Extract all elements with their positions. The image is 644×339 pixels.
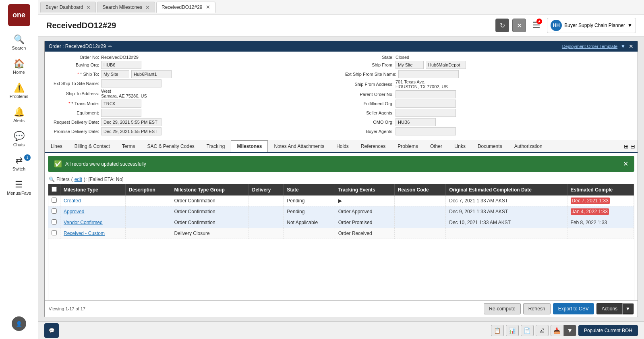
- buying-org-input[interactable]: [101, 61, 141, 69]
- sidebar-item-search[interactable]: 🔍 Search: [0, 30, 38, 54]
- milestone-type-link[interactable]: Received - Custom: [64, 231, 105, 236]
- footer-icon-btn-4[interactable]: 🖨: [536, 325, 549, 336]
- row-checkbox[interactable]: [52, 198, 57, 203]
- milestone-type-link[interactable]: Vendor Confirmed: [64, 220, 103, 225]
- sub-tab-notes[interactable]: Notes And Attachments: [268, 140, 330, 152]
- sub-tab-holds[interactable]: Holds: [330, 140, 355, 152]
- row-checkbox[interactable]: [52, 219, 57, 225]
- footer-split-dropdown[interactable]: ▼: [563, 325, 576, 336]
- sidebar-item-switch[interactable]: ⇄ Switch: [0, 151, 38, 175]
- order-form: Order No: ReceivedDO12#29 Buying Org: * …: [45, 52, 638, 140]
- table-row: Approved Order Confirmation Pending Orde…: [48, 206, 634, 217]
- row-checkbox-cell[interactable]: [48, 228, 60, 239]
- banner-close-button[interactable]: ✕: [623, 160, 628, 168]
- chat-button[interactable]: 💬: [44, 323, 59, 338]
- milestone-type-link[interactable]: Approved: [64, 209, 84, 214]
- overdue-date: Jan 4, 2022 1:33: [571, 208, 609, 215]
- filters-edit-link[interactable]: edit: [75, 177, 82, 182]
- panel-close-button[interactable]: ✕: [629, 43, 634, 50]
- close-button[interactable]: ✕: [512, 19, 526, 32]
- sub-tab-lines[interactable]: Lines: [45, 140, 68, 152]
- order-template-link[interactable]: Deployment Order Template: [562, 44, 617, 49]
- row-checkbox-cell[interactable]: [48, 217, 60, 228]
- actions-button[interactable]: Actions: [596, 303, 622, 314]
- collapse-icon[interactable]: ⊟: [630, 143, 635, 150]
- sub-tab-authorization[interactable]: Authorization: [508, 140, 549, 152]
- sub-tab-sac-penalty[interactable]: SAC & Penalty Codes: [141, 140, 200, 152]
- refresh-button-milestones[interactable]: Refresh: [523, 303, 551, 314]
- template-dropdown-icon[interactable]: ▼: [621, 44, 625, 49]
- export-csv-button[interactable]: Export to CSV: [553, 303, 594, 314]
- fulfillment-org-input[interactable]: [396, 100, 456, 108]
- promise-delivery-input[interactable]: [101, 127, 162, 135]
- footer-icon-btn-3[interactable]: 📄: [521, 325, 534, 336]
- row-checkbox-cell[interactable]: [48, 206, 60, 217]
- buyer-agents-input[interactable]: [396, 127, 456, 135]
- populate-boh-button[interactable]: Populate Current BOH: [578, 325, 638, 336]
- user-avatar-sidebar[interactable]: 👤: [10, 312, 28, 335]
- refresh-button[interactable]: ↻: [495, 19, 509, 32]
- footer-icon-btn-1[interactable]: 📋: [491, 325, 504, 336]
- sidebar-item-chats[interactable]: 💬 Chats: [0, 127, 38, 151]
- tab-close-search-milestones[interactable]: ✕: [145, 5, 150, 10]
- main-area: Buyer Dashboard ✕ Search Milestones ✕ Re…: [38, 0, 644, 339]
- ship-to-plant-input[interactable]: [131, 70, 172, 78]
- sub-tab-references[interactable]: References: [355, 140, 391, 152]
- ship-from-label: Ship From:: [345, 62, 393, 67]
- select-all-checkbox[interactable]: [52, 187, 57, 192]
- sidebar-item-problems[interactable]: ⚠️ Problems: [0, 79, 38, 103]
- edit-icon[interactable]: ✏: [108, 44, 112, 49]
- sub-tab-other[interactable]: Other: [424, 140, 448, 152]
- filters-label: Filters: [56, 177, 70, 182]
- app-logo[interactable]: one: [8, 4, 30, 26]
- recompute-button[interactable]: Re-compute: [484, 303, 520, 314]
- filters-edit: (: [71, 177, 73, 182]
- milestones-table-wrap[interactable]: Milestone Type Description Milestone Typ…: [48, 184, 634, 300]
- row-checkbox[interactable]: [52, 230, 57, 235]
- omo-org-input[interactable]: [396, 118, 436, 126]
- row-checkbox[interactable]: [52, 208, 57, 214]
- ship-from-site-input[interactable]: [396, 61, 424, 69]
- select-all-header[interactable]: [48, 184, 60, 195]
- milestone-type-group-cell: Order Confirmation: [171, 195, 248, 206]
- ext-ship-to-input[interactable]: [101, 79, 162, 87]
- equipment-input[interactable]: [101, 109, 141, 117]
- tab-received-do[interactable]: ReceivedDO12#29 ✕: [156, 2, 215, 13]
- tab-close-received-do[interactable]: ✕: [206, 4, 210, 10]
- sidebar-item-menus[interactable]: ☰ Menus/Favs: [0, 175, 38, 200]
- seller-agents-input[interactable]: [396, 109, 456, 117]
- expand-icon[interactable]: ⊞: [624, 143, 629, 150]
- sub-tab-terms[interactable]: Terms: [116, 140, 141, 152]
- sidebar-item-alerts[interactable]: 🔔 Alerts: [0, 103, 38, 127]
- sub-tab-tracking[interactable]: Tracking: [201, 140, 231, 152]
- ship-from-depot-input[interactable]: [426, 61, 466, 69]
- row-checkbox-cell[interactable]: [48, 195, 60, 206]
- sub-tab-documents[interactable]: Documents: [472, 140, 508, 152]
- tab-close-buyer-dashboard[interactable]: ✕: [86, 5, 91, 10]
- ship-from-address-value: 701 Texas Ave.HOUSTON, TX 77002, US: [396, 79, 448, 89]
- parent-order-input[interactable]: [396, 90, 456, 98]
- tab-search-milestones[interactable]: Search Milestones ✕: [97, 2, 155, 12]
- sidebar-item-home[interactable]: 🏠 Home: [0, 54, 38, 79]
- ship-to-address-value: WestSamara, AE 75280, US: [101, 89, 147, 98]
- milestone-type-link[interactable]: Created: [64, 198, 81, 204]
- tab-buyer-dashboard[interactable]: Buyer Dashboard ✕: [40, 2, 96, 12]
- ext-ship-from-input[interactable]: [398, 70, 459, 78]
- footer-icon-btn-2[interactable]: 📊: [506, 325, 519, 336]
- footer-split-main[interactable]: 📥: [551, 325, 563, 336]
- action-buttons: Re-compute Refresh Export to CSV Actions…: [484, 303, 634, 314]
- state-cell: Pending: [284, 195, 335, 206]
- request-delivery-input[interactable]: [101, 118, 162, 126]
- menu-button[interactable]: ☰ ★: [532, 20, 540, 31]
- user-info[interactable]: HH Buyer Supply Chain Planner ▼: [547, 18, 636, 33]
- actions-dropdown-button[interactable]: ▼: [622, 303, 634, 314]
- sub-tab-milestones[interactable]: Milestones: [231, 140, 268, 153]
- sub-tab-problems[interactable]: Problems: [391, 140, 424, 152]
- sub-tab-billing-contact[interactable]: Billing & Contact: [68, 140, 116, 152]
- order-panel-header: Order : ReceivedDO12#29 ✏ Deployment Ord…: [45, 41, 638, 52]
- ship-to-site-input[interactable]: [101, 70, 129, 78]
- sub-tab-links[interactable]: Links: [448, 140, 472, 152]
- col-delivery: Delivery: [248, 184, 284, 195]
- trans-mode-input[interactable]: [101, 100, 141, 108]
- buyer-agents-label: Buyer Agents:: [345, 129, 393, 134]
